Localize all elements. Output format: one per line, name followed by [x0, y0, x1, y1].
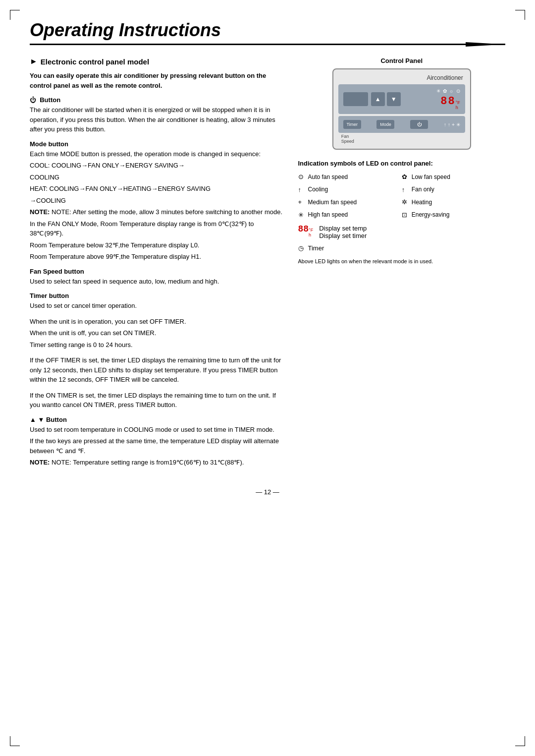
led-cooling: ✿ Low fan speed [402, 172, 505, 182]
arrow-button-section: ▲ ▼ Button Used to set room temperature … [30, 416, 283, 467]
led-col-2: ✿ Low fan speed ↑ Fan only ✲ Heating ⊡ E… [402, 172, 505, 220]
medium-fan-icon: + [298, 197, 306, 207]
auto-fan-icon: ⊙ [298, 172, 306, 182]
led-fan-only: ↑ Fan only [402, 185, 505, 195]
led-title: Indication symbols of LED on control pan… [298, 160, 506, 167]
off-timer-section: If the OFF TIMER is set, the timer LED d… [30, 355, 283, 385]
energy-saving-label: Energy-saving [412, 210, 450, 219]
panel-fan-speed-text: FanSpeed [341, 134, 354, 144]
low-fan-icon: ↑ [298, 185, 306, 195]
led-medium-fan: + Medium fan speed [298, 197, 402, 207]
energy-saving-icon: ⊡ [402, 210, 410, 220]
section-header: ► Electronic control panel model [30, 57, 283, 66]
auto-fan-label: Auto fan speed [308, 173, 348, 181]
arrow-button-body2: If the two keys are pressed at the same … [30, 436, 283, 456]
panel-down-arrow[interactable]: ▼ [387, 92, 401, 106]
led-digit-area: 88 °Fh [298, 225, 314, 237]
page-title: Operating Instructions [30, 20, 505, 41]
heat-seq: HEAT: COOLING→FAN ONLY→HEATING→ENERGY SA… [30, 184, 283, 194]
timer-info-section: When the unit is in operation, you can s… [30, 317, 283, 350]
corner-mark-tl [10, 10, 20, 20]
mode-note1: NOTE: NOTE: After setting the mode, allo… [30, 207, 283, 217]
timer-info-line1: When the unit is in operation, you can s… [30, 317, 283, 327]
arrow-button-note: NOTE: NOTE: Temperature setting range is… [30, 458, 283, 467]
panel-timer-label: Timer [346, 122, 358, 127]
panel-brand: Airconditioner [338, 74, 465, 81]
panel-indicator-2: ↑ [448, 122, 450, 127]
timer-button-body: Used to set or cancel timer operation. [30, 301, 283, 311]
panel-icon-sun: ☼ [449, 88, 454, 94]
panel-timer-btn[interactable]: Timer [343, 120, 361, 129]
panel-mode-label: Mode [380, 122, 391, 127]
panel-led-display: 88 [440, 95, 455, 108]
led-heating: ✲ Heating [402, 197, 505, 207]
power-button-title: ⏻ Button [30, 96, 283, 104]
fan-only-icon: ↑ [402, 185, 410, 195]
cooling-icon: ✿ [402, 172, 410, 182]
panel-up-arrow[interactable]: ▲ [371, 92, 385, 106]
panel-icons-area: ✳ ✿ ☼ ⊙ 88 °Fh [404, 88, 460, 110]
panel-icon-star: ✳ [436, 88, 440, 94]
led-display-labels: Display set temp Display set timer [319, 225, 367, 239]
panel-display-row: ▲ ▼ ✳ ✿ ☼ ⊙ 88 °Fh [338, 84, 465, 114]
mode-body3: Room Temperature below 32℉,the Temperatu… [30, 240, 283, 250]
timer-info-line3: Timer setting range is 0 to 24 hours. [30, 340, 283, 350]
fan-speed-title: Fan Speed button [30, 268, 283, 275]
led-col-1: ⊙ Auto fan speed ↑ Cooling + Medium fan … [298, 172, 402, 220]
fan-speed-body: Used to select fan speed in sequence aut… [30, 277, 283, 287]
control-panel-diagram: Airconditioner ▲ ▼ ✳ ✿ ☼ ⊙ 88 [332, 68, 471, 150]
panel-mode-btn[interactable]: Mode [376, 120, 394, 129]
heating-icon: ✲ [402, 197, 410, 207]
right-column: Control Panel Airconditioner ▲ ▼ ✳ ✿ ☼ ⊙ [298, 57, 506, 473]
intro-text: You can easily operate this air conditio… [30, 71, 283, 90]
panel-buttons-row: Timer Mode ⏻ ↑ ↑ + ✳ [338, 116, 465, 133]
title-underline [30, 44, 505, 45]
panel-indicator-3: + [452, 122, 455, 127]
high-fan-label: High fan speed [308, 210, 348, 219]
heat-seq2: →COOLING [30, 196, 283, 206]
display-set-temp: Display set temp [319, 225, 367, 232]
mode-button-section: Mode button Each time MODE button is pre… [30, 140, 283, 262]
low-fan-label: Cooling [308, 185, 328, 194]
cooling-label: Low fan speed [412, 173, 450, 181]
timer-icon: ◷ [298, 243, 306, 253]
panel-power-icon: ⏻ [417, 122, 422, 127]
panel-arrow-buttons: ▲ ▼ [371, 92, 401, 106]
power-circle-icon: ⏻ [30, 96, 36, 104]
led-auto-fan: ⊙ Auto fan speed [298, 172, 402, 182]
panel-icon-circle: ⊙ [456, 88, 460, 94]
high-fan-icon: ✳ [298, 210, 306, 220]
on-timer-section: If the ON TIMER is set, the timer LED di… [30, 391, 283, 410]
led-display-row: 88 °Fh Display set temp Display set time… [298, 225, 506, 239]
panel-icon-snowflake: ✿ [443, 88, 447, 94]
panel-indicator-1: ↑ [444, 122, 446, 127]
mode-body1: Each time MODE button is pressed, the op… [30, 149, 283, 159]
display-set-timer: Display set timer [319, 232, 367, 239]
panel-indicator-4: ✳ [456, 122, 460, 127]
led-degree-sym: °Fh [309, 228, 313, 237]
power-button-body: The air conditioner will be started when… [30, 105, 283, 134]
arrow-icon: ► [30, 57, 38, 66]
panel-top-icons: ✳ ✿ ☼ ⊙ [436, 88, 460, 94]
fan-only-label: Fan only [412, 185, 434, 194]
medium-fan-label: Medium fan speed [308, 198, 357, 207]
arrow-button-title: ▲ ▼ Button [30, 416, 283, 423]
timer-label: Timer [308, 243, 324, 253]
mode-body2: In the FAN ONLY Mode, Room Temperature d… [30, 219, 283, 238]
arrow-button-body: Used to set room temperature in COOLING … [30, 425, 283, 435]
page-number: — 12 — [30, 488, 505, 496]
mode-button-title: Mode button [30, 140, 283, 148]
control-panel-label: Control Panel [298, 57, 506, 64]
section-title: Electronic control panel model [41, 58, 149, 66]
panel-power-btn[interactable]: ⏻ [410, 120, 428, 129]
led-timer: ◷ Timer [298, 243, 506, 253]
panel-gray-rect [343, 92, 368, 106]
timer-info-line2: When the unit is off, you can set ON TIM… [30, 328, 283, 338]
corner-mark-br [515, 736, 525, 746]
left-column: ► Electronic control panel model You can… [30, 57, 283, 473]
power-button-section: ⏻ Button The air conditioner will be sta… [30, 96, 283, 134]
panel-led-unit: °Fh [456, 100, 460, 110]
on-timer-note: If the ON TIMER is set, the timer LED di… [30, 391, 283, 410]
mode-body4: Room Temperature above 99℉,the Temperatu… [30, 252, 283, 262]
main-content: ► Electronic control panel model You can… [30, 57, 505, 473]
